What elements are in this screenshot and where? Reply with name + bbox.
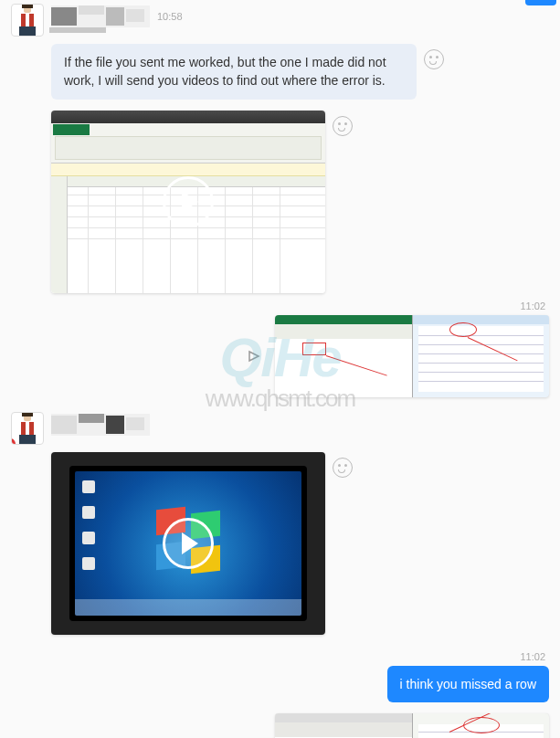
message-header-row	[0, 408, 560, 448]
avatar[interactable]	[11, 412, 44, 445]
message-row: i think you missed a row	[0, 662, 560, 706]
svg-rect-6	[22, 413, 33, 416]
avatar-person-icon	[14, 5, 41, 36]
svg-rect-1	[22, 5, 33, 8]
chat-container: 10:58 If the file you sent me worked, bu…	[0, 0, 560, 738]
svg-rect-8	[26, 422, 29, 435]
play-icon	[163, 176, 214, 227]
avatar-person-icon	[14, 413, 41, 444]
sender-name-redacted	[51, 414, 150, 436]
svg-rect-9	[19, 435, 36, 444]
message-row	[0, 448, 560, 638]
message-time: 11:02	[0, 297, 560, 311]
video-thumbnail-desktop[interactable]	[51, 452, 325, 635]
image-thumbnail-comparison[interactable]	[275, 315, 549, 397]
react-button[interactable]	[424, 49, 444, 69]
svg-rect-4	[19, 26, 36, 36]
avatar[interactable]	[11, 4, 44, 37]
sender-bar: 10:58	[51, 4, 183, 29]
sender-bar	[51, 412, 150, 438]
message-time: 10:58	[157, 11, 183, 22]
message-row: If the file you sent me worked, but the …	[0, 40, 560, 103]
message-column	[51, 412, 150, 439]
message-bubble[interactable]: If the file you sent me worked, but the …	[51, 44, 417, 100]
video-thumbnail-excel[interactable]	[51, 111, 325, 293]
sender-name-redacted	[51, 5, 150, 27]
play-icon	[163, 518, 214, 569]
image-thumbnail-comparison[interactable]	[275, 713, 549, 738]
forward-icon[interactable]	[248, 350, 262, 363]
message-bubble[interactable]: i think you missed a row	[387, 666, 549, 702]
message-row	[0, 311, 560, 401]
react-button[interactable]	[333, 458, 353, 478]
react-button[interactable]	[333, 116, 353, 136]
message-row	[0, 710, 560, 738]
message-column: 10:58	[51, 4, 183, 31]
scroll-indicator	[525, 0, 556, 5]
svg-rect-3	[26, 14, 29, 26]
message-time: 11:02	[0, 648, 560, 662]
message-row	[0, 107, 560, 297]
message-header-row: 10:58	[0, 0, 560, 40]
